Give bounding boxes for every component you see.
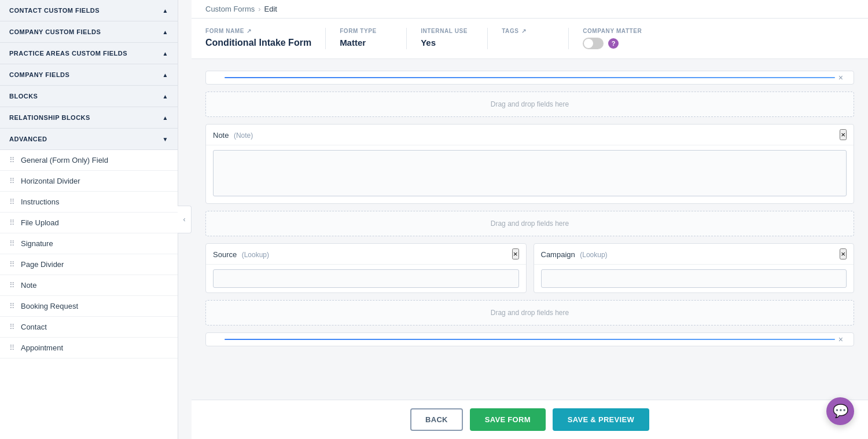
chevron-up-icon: ▲ xyxy=(163,50,168,57)
form-canvas: × Drag and drop fields here Note (Note) … xyxy=(192,59,868,400)
form-name-edit-icon[interactable]: ↗ xyxy=(247,28,252,34)
campaign-sublabel: (Lookup) xyxy=(580,251,607,259)
source-input[interactable] xyxy=(213,269,519,288)
chevron-up-icon: ▲ xyxy=(163,8,168,14)
back-button[interactable]: BACK xyxy=(410,408,463,431)
divider-line-bottom xyxy=(225,339,835,340)
top-divider-close-button[interactable]: × xyxy=(835,72,847,83)
chevron-up-icon: ▲ xyxy=(163,115,168,121)
breadcrumb-separator: › xyxy=(258,5,260,13)
sidebar-item-signature[interactable]: ⠿ Signature xyxy=(0,233,178,254)
campaign-field-body xyxy=(534,265,854,292)
drag-handle-icon: ⠿ xyxy=(9,343,15,352)
drop-zone-2[interactable]: Drag and drop fields here xyxy=(205,211,854,236)
sidebar-section-contact-custom-fields[interactable]: CONTACT CUSTOM FIELDS ▲ xyxy=(0,0,178,21)
note-close-button[interactable]: × xyxy=(840,129,847,140)
sidebar-section-advanced[interactable]: ADVANCED ▼ xyxy=(0,129,178,150)
source-sublabel: (Lookup) xyxy=(242,251,269,259)
campaign-input[interactable] xyxy=(541,269,847,288)
sidebar-section-relationship-blocks[interactable]: RELATIONSHIP BLOCKS ▲ xyxy=(0,107,178,129)
sidebar-section-company-custom-fields[interactable]: COMPANY CUSTOM FIELDS ▲ xyxy=(0,21,178,43)
sidebar-item-page-divider[interactable]: ⠿ Page Divider xyxy=(0,254,178,275)
drag-handle-icon: ⠿ xyxy=(9,177,15,185)
source-field-block: Source (Lookup) × xyxy=(205,243,527,293)
sidebar-section-practice-areas-custom-fields[interactable]: PRACTICE AREAS CUSTOM FIELDS ▲ xyxy=(0,43,178,64)
source-field-body xyxy=(206,265,526,292)
campaign-field-block: Campaign (Lookup) × xyxy=(534,243,855,293)
breadcrumb-current: Edit xyxy=(264,5,277,13)
note-sublabel: (Note) xyxy=(234,131,253,140)
sidebar-item-instructions[interactable]: ⠿ Instructions xyxy=(0,192,178,213)
note-block: Note (Note) × xyxy=(205,124,854,204)
drop-zone-1[interactable]: Drag and drop fields here xyxy=(205,92,854,117)
drag-handle-icon: ⠿ xyxy=(9,197,15,206)
form-name-value: Conditional Intake Form xyxy=(205,38,311,48)
sidebar-item-note[interactable]: ⠿ Note xyxy=(0,275,178,296)
chevron-up-icon: ▲ xyxy=(163,72,168,78)
tags-edit-icon[interactable]: ↗ xyxy=(521,28,527,34)
toggle-knob xyxy=(584,39,593,48)
source-label: Source xyxy=(213,250,237,259)
note-label: Note xyxy=(213,131,229,140)
drop-zone-3[interactable]: Drag and drop fields here xyxy=(205,300,854,325)
company-matter-field: COMPANY MATTER ? xyxy=(569,28,656,49)
save-form-button[interactable]: SAVE FORM xyxy=(470,408,546,431)
main-content: Custom Forms › Edit FORM NAME ↗ Conditio… xyxy=(192,0,868,439)
chevron-up-icon: ▲ xyxy=(163,29,168,35)
drag-handle-icon: ⠿ xyxy=(9,218,15,227)
source-close-button[interactable]: × xyxy=(512,248,519,259)
company-matter-toggle[interactable] xyxy=(583,38,604,49)
internal-use-value: Yes xyxy=(421,38,473,47)
campaign-label: Campaign xyxy=(541,250,575,259)
chevron-up-icon: ▲ xyxy=(163,93,168,100)
sidebar-item-file-upload[interactable]: ⠿ File Upload xyxy=(0,213,178,233)
sidebar-section-company-fields[interactable]: COMPANY FIELDS ▲ xyxy=(0,64,178,86)
sidebar-item-contact[interactable]: ⠿ Contact xyxy=(0,317,178,338)
drag-handle-icon: ⠿ xyxy=(9,260,15,269)
drag-handle-icon: ⠿ xyxy=(9,239,15,248)
campaign-close-button[interactable]: × xyxy=(840,248,847,259)
internal-use-field: INTERNAL USE Yes xyxy=(407,28,488,49)
tags-field: TAGS ↗ xyxy=(488,28,569,49)
breadcrumb: Custom Forms › Edit xyxy=(192,0,868,19)
sidebar-item-appointment[interactable]: ⠿ Appointment xyxy=(0,338,178,358)
drag-handle-icon: ⠿ xyxy=(9,302,15,310)
company-matter-toggle-container: ? xyxy=(583,38,642,49)
sidebar-item-horizontal-divider[interactable]: ⠿ Horizontal Divider xyxy=(0,171,178,192)
divider-line xyxy=(225,77,835,78)
form-header: FORM NAME ↗ Conditional Intake Form FORM… xyxy=(192,19,868,59)
bottom-divider-block: × xyxy=(205,332,854,346)
form-type-field: FORM TYPE Matter xyxy=(326,28,407,49)
chat-bubble-button[interactable]: 💬 xyxy=(826,397,854,425)
advanced-items-list: ⠿ General (Form Only) Field ⠿ Horizontal… xyxy=(0,150,178,358)
footer: BACK SAVE FORM SAVE & PREVIEW xyxy=(192,400,868,439)
note-body xyxy=(206,145,854,203)
sidebar-item-booking-request[interactable]: ⠿ Booking Request xyxy=(0,296,178,317)
form-type-value: Matter xyxy=(340,38,392,47)
sidebar-item-general-form-only-field[interactable]: ⠿ General (Form Only) Field xyxy=(0,150,178,171)
sidebar-collapse-button[interactable]: ‹ xyxy=(178,206,192,233)
company-matter-help-icon[interactable]: ? xyxy=(608,38,619,49)
top-divider-block: × xyxy=(205,71,854,85)
form-name-field: FORM NAME ↗ Conditional Intake Form xyxy=(205,28,326,49)
chevron-down-icon: ▼ xyxy=(163,136,168,142)
note-textarea[interactable] xyxy=(213,150,847,196)
sidebar: CONTACT CUSTOM FIELDS ▲ COMPANY CUSTOM F… xyxy=(0,0,178,439)
save-preview-button[interactable]: SAVE & PREVIEW xyxy=(553,408,649,431)
drag-handle-icon: ⠿ xyxy=(9,323,15,331)
bottom-divider-close-button[interactable]: × xyxy=(835,334,847,345)
sidebar-section-blocks[interactable]: BLOCKS ▲ xyxy=(0,86,178,107)
drag-handle-icon: ⠿ xyxy=(9,156,15,164)
drag-handle-icon: ⠿ xyxy=(9,281,15,290)
breadcrumb-parent-link[interactable]: Custom Forms xyxy=(205,5,255,13)
source-campaign-row: Source (Lookup) × Campaign (Lookup) × xyxy=(205,243,854,293)
